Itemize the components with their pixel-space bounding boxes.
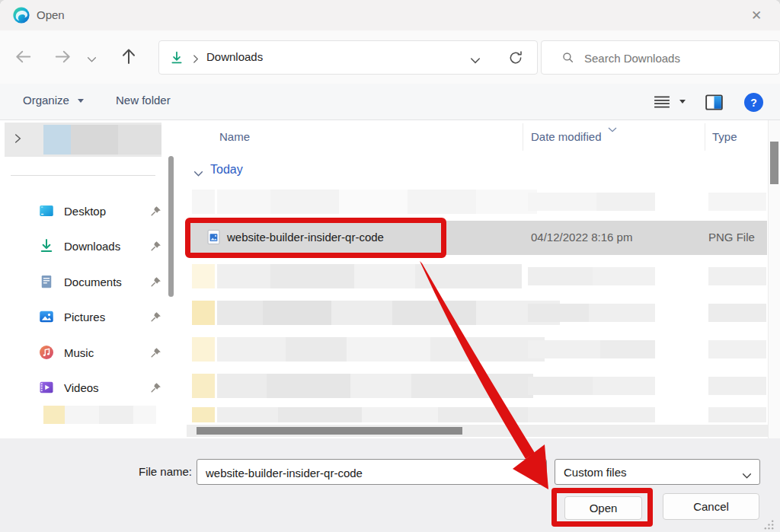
column-divider[interactable] (523, 123, 523, 151)
sidebar-item-videos[interactable]: Videos (5, 370, 165, 405)
redacted-block (708, 304, 766, 322)
preview-pane-icon[interactable] (705, 94, 723, 113)
file-date-modified: 04/12/2022 8:16 pm (531, 231, 632, 244)
file-row-redacted[interactable] (183, 333, 768, 366)
sidebar-item-label: Desktop (64, 205, 106, 218)
sidebar-scrollbar[interactable] (168, 156, 174, 297)
redacted-block (43, 125, 71, 155)
pin-icon (149, 240, 162, 253)
navigation-bar: Downloads (0, 30, 780, 84)
new-folder-button[interactable]: New folder (116, 94, 171, 107)
sidebar-item-label: Downloads (64, 240, 120, 253)
file-type-select[interactable]: Custom files (555, 459, 760, 485)
annotation-file-highlight-box (185, 218, 446, 258)
sidebar-item-label: Videos (64, 381, 99, 394)
column-divider[interactable] (705, 123, 705, 151)
desktop-icon (38, 202, 55, 219)
downloads-folder-icon (170, 51, 184, 68)
sidebar-item-documents[interactable]: Documents (5, 264, 165, 299)
address-bar[interactable]: Downloads (158, 40, 538, 75)
vertical-scrollbar[interactable] (768, 120, 780, 438)
redacted-block (708, 407, 766, 422)
sidebar-item-redacted[interactable] (42, 406, 158, 425)
cancel-button-label: Cancel (693, 500, 729, 513)
file-list-area: Name Date modified Type Today (183, 120, 768, 438)
file-row-redacted[interactable] (183, 185, 768, 218)
view-mode-caret-icon[interactable] (679, 100, 686, 104)
close-icon[interactable]: ✕ (751, 8, 762, 24)
organize-button[interactable]: Organize (23, 94, 84, 107)
column-name[interactable]: Name (219, 130, 250, 143)
sidebar-item-desktop[interactable]: Desktop (5, 193, 165, 228)
file-name-dropdown-chevron-icon[interactable] (530, 469, 539, 483)
file-row-redacted[interactable] (183, 406, 768, 422)
group-collapse-chevron-icon[interactable] (193, 167, 203, 180)
sidebar: Desktop Downloads Documents (0, 120, 183, 438)
file-row-redacted[interactable] (183, 260, 768, 293)
redacted-block (708, 340, 766, 358)
pin-icon (149, 276, 162, 288)
file-name-input[interactable] (204, 463, 523, 483)
help-button[interactable]: ? (744, 93, 763, 112)
cancel-button[interactable]: Cancel (663, 493, 759, 520)
redacted-block (217, 374, 533, 398)
downloads-icon (38, 237, 55, 254)
expand-chevron-icon[interactable] (14, 133, 21, 147)
up-icon[interactable] (119, 46, 139, 69)
redacted-block (217, 407, 537, 422)
redacted-block (65, 406, 156, 424)
sidebar-item-downloads[interactable]: Downloads (5, 228, 165, 263)
horizontal-scrollbar-thumb[interactable] (197, 427, 462, 435)
redacted-block (217, 264, 522, 288)
pin-icon (149, 205, 162, 218)
redacted-block (528, 340, 655, 358)
open-dialog-window: Open ✕ Downloads (0, 0, 780, 532)
sidebar-item-pictures[interactable]: Pictures (5, 299, 165, 334)
dialog-title: Open (37, 8, 65, 21)
documents-icon (38, 273, 55, 290)
redacted-block (217, 337, 545, 362)
file-row-redacted[interactable] (183, 296, 768, 330)
redacted-block (708, 267, 766, 285)
redacted-block (528, 377, 655, 395)
group-header-today[interactable]: Today (183, 161, 411, 181)
redacted-block (217, 190, 537, 214)
redacted-block (528, 304, 655, 322)
pin-icon (149, 346, 162, 359)
recent-locations-chevron-icon[interactable] (87, 53, 97, 66)
file-name-input-wrap (197, 459, 547, 485)
redacted-block (708, 377, 766, 395)
redacted-block (217, 301, 560, 325)
search-icon (561, 51, 574, 67)
file-type-value: Custom files (564, 466, 627, 479)
search-input[interactable] (583, 45, 769, 71)
redacted-block (708, 193, 766, 211)
address-dropdown-chevron-icon[interactable] (470, 54, 481, 68)
pin-icon (149, 381, 162, 394)
annotation-open-highlight-box (551, 488, 653, 527)
file-name-label: File name: (91, 465, 192, 478)
column-type[interactable]: Type (712, 130, 737, 143)
pictures-icon (38, 308, 55, 325)
view-mode-icon[interactable] (654, 95, 670, 112)
redacted-block (192, 301, 215, 325)
tree-item-redacted[interactable] (5, 123, 161, 157)
edge-logo-icon (12, 6, 30, 24)
back-icon[interactable] (14, 47, 33, 69)
resize-grip-icon[interactable] (763, 519, 775, 532)
sidebar-item-label: Pictures (64, 311, 105, 323)
redacted-block (192, 264, 215, 288)
sidebar-item-label: Documents (64, 276, 122, 288)
vertical-scrollbar-thumb[interactable] (770, 142, 778, 184)
organize-label: Organize (23, 94, 69, 107)
redacted-block (192, 337, 215, 362)
file-row-redacted[interactable] (183, 369, 768, 403)
column-date-modified[interactable]: Date modified (531, 130, 602, 143)
refresh-icon[interactable] (508, 50, 523, 68)
horizontal-scrollbar[interactable] (187, 425, 768, 437)
breadcrumb-location[interactable]: Downloads (206, 50, 263, 63)
redacted-block (71, 125, 118, 155)
redacted-block (528, 267, 655, 285)
forward-icon[interactable] (53, 47, 72, 69)
sidebar-item-music[interactable]: Music (5, 335, 165, 370)
